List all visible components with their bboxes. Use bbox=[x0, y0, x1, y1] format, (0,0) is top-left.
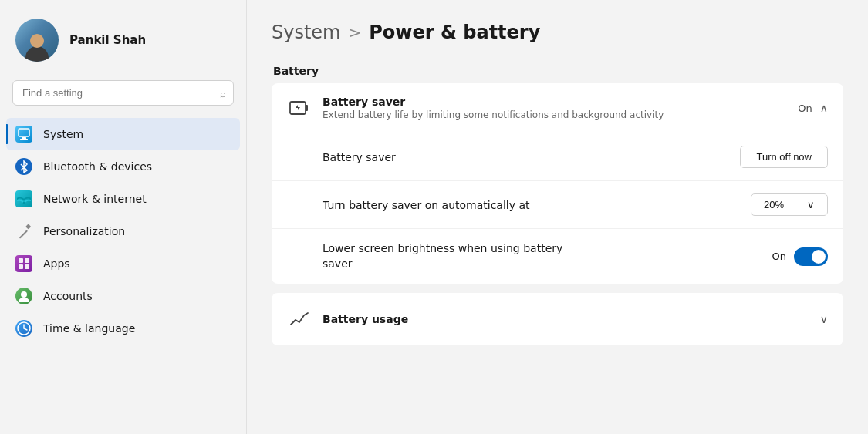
battery-usage-title: Battery usage bbox=[323, 313, 820, 325]
time-icon bbox=[15, 320, 32, 337]
sidebar-item-system[interactable]: System bbox=[6, 118, 240, 150]
battery-usage-chevron-icon: ∨ bbox=[820, 313, 828, 325]
battery-saver-header[interactable]: Battery saver Extend battery life by lim… bbox=[272, 83, 843, 133]
svg-rect-4 bbox=[19, 230, 28, 238]
battery-saver-icon bbox=[287, 96, 312, 120]
system-icon bbox=[15, 126, 32, 143]
toggle-on-label: On bbox=[772, 251, 786, 262]
profile-name: Pankil Shah bbox=[69, 33, 146, 47]
battery-usage-icon bbox=[287, 307, 312, 331]
svg-rect-5 bbox=[25, 224, 31, 229]
sidebar-item-apps[interactable]: Apps bbox=[6, 247, 240, 280]
svg-rect-9 bbox=[25, 264, 29, 269]
page-header: System > Power & battery bbox=[272, 22, 843, 43]
svg-rect-8 bbox=[19, 264, 23, 269]
svg-point-10 bbox=[21, 291, 27, 298]
accounts-icon bbox=[15, 288, 32, 304]
svg-rect-13 bbox=[306, 105, 308, 111]
battery-saver-row: Battery saver Turn off now bbox=[272, 133, 843, 181]
search-box[interactable]: ⌕ bbox=[12, 80, 234, 106]
sidebar-item-accounts-label: Accounts bbox=[43, 290, 93, 302]
battery-saver-card: Battery saver Extend battery life by lim… bbox=[272, 83, 843, 284]
battery-usage-row[interactable]: Battery usage ∨ bbox=[272, 293, 843, 345]
search-input[interactable] bbox=[12, 80, 234, 106]
personalization-icon bbox=[15, 223, 32, 240]
lower-brightness-line1: Lower screen brightness when using batte… bbox=[323, 241, 772, 257]
sidebar-item-personalization[interactable]: Personalization bbox=[6, 215, 240, 247]
section-title-battery: Battery bbox=[272, 65, 843, 77]
auto-battery-saver-label: Turn battery saver on automatically at bbox=[323, 199, 751, 211]
search-icon: ⌕ bbox=[220, 87, 226, 99]
breadcrumb-current: Power & battery bbox=[369, 22, 540, 43]
lower-brightness-line2: saver bbox=[323, 257, 772, 272]
avatar bbox=[15, 19, 59, 62]
battery-saver-threshold-dropdown[interactable]: 20% ∨ bbox=[751, 193, 828, 216]
lower-brightness-row: Lower screen brightness when using batte… bbox=[272, 229, 843, 284]
sidebar-item-system-label: System bbox=[43, 128, 83, 140]
breadcrumb-separator: > bbox=[349, 23, 362, 42]
svg-rect-2 bbox=[20, 139, 28, 140]
sidebar-item-time-label: Time & language bbox=[43, 322, 135, 335]
sidebar-item-bluetooth-label: Bluetooth & devices bbox=[43, 160, 152, 173]
svg-rect-0 bbox=[19, 129, 29, 136]
apps-icon bbox=[15, 255, 32, 272]
battery-saver-desc: Extend battery life by limiting some not… bbox=[323, 109, 798, 120]
dropdown-chevron-icon: ∨ bbox=[807, 199, 815, 210]
battery-saver-title: Battery saver bbox=[323, 96, 798, 108]
sidebar-item-apps-label: Apps bbox=[43, 257, 70, 270]
profile-area: Pankil Shah bbox=[0, 0, 246, 77]
svg-rect-6 bbox=[19, 258, 23, 263]
battery-saver-row-label: Battery saver bbox=[323, 151, 740, 163]
sidebar-item-network-label: Network & internet bbox=[43, 193, 147, 205]
nav-list: System Bluetooth & devices Network & i bbox=[0, 115, 246, 434]
breadcrumb-parent: System bbox=[272, 22, 341, 43]
sidebar-item-network[interactable]: Network & internet bbox=[6, 183, 240, 215]
sidebar-item-time[interactable]: Time & language bbox=[6, 312, 240, 345]
sidebar: Pankil Shah ⌕ System Bluetooth & devices bbox=[0, 0, 247, 434]
bluetooth-icon bbox=[15, 158, 32, 175]
sidebar-item-personalization-label: Personalization bbox=[43, 225, 125, 237]
svg-point-3 bbox=[23, 202, 25, 204]
svg-rect-7 bbox=[25, 258, 29, 263]
lower-brightness-toggle[interactable] bbox=[794, 247, 828, 266]
sidebar-item-accounts[interactable]: Accounts bbox=[6, 280, 240, 312]
auto-battery-saver-row: Turn battery saver on automatically at 2… bbox=[272, 181, 843, 229]
chevron-up-icon: ∧ bbox=[820, 102, 828, 114]
sidebar-item-bluetooth[interactable]: Bluetooth & devices bbox=[6, 150, 240, 183]
battery-usage-card: Battery usage ∨ bbox=[272, 293, 843, 345]
main-content: System > Power & battery Battery Battery… bbox=[247, 0, 868, 434]
network-icon bbox=[15, 190, 32, 207]
turn-off-now-button[interactable]: Turn off now bbox=[740, 146, 828, 168]
toggle-thumb bbox=[812, 250, 826, 264]
svg-rect-1 bbox=[22, 137, 26, 139]
dropdown-value: 20% bbox=[764, 199, 784, 210]
lower-brightness-label: Lower screen brightness when using batte… bbox=[323, 241, 772, 271]
battery-saver-status: On bbox=[798, 103, 812, 114]
lower-brightness-toggle-wrapper: On bbox=[772, 247, 828, 266]
battery-saver-text: Battery saver Extend battery life by lim… bbox=[323, 96, 798, 120]
